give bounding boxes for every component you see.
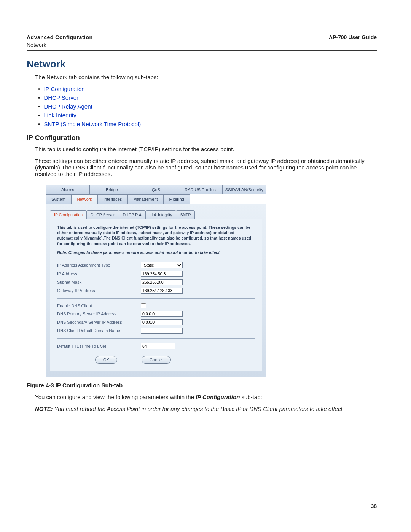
separator-2 — [57, 338, 255, 339]
input-dns-secondary[interactable] — [141, 319, 183, 325]
inner-panel: This tab is used to configure the intern… — [50, 219, 262, 371]
tab-management[interactable]: Management — [127, 194, 163, 204]
link-sntp[interactable]: SNTP (Simple Network Time Protocol) — [44, 121, 141, 127]
section-title: Advanced Configuration — [27, 34, 93, 40]
after-figure-text: You can configure and view the following… — [35, 394, 377, 400]
separator-1 — [57, 298, 255, 299]
tab-bridge[interactable]: Bridge — [90, 185, 134, 194]
after-figure-strong: IP Configuration — [196, 394, 240, 400]
label-dns-secondary: DNS Secondary Server IP Address — [57, 320, 141, 324]
tab-qos[interactable]: QoS — [134, 185, 178, 194]
page-header: Advanced Configuration Network AP-700 Us… — [27, 34, 377, 48]
subtab-ip-configuration[interactable]: IP Configuration — [50, 210, 87, 219]
note-text: You must reboot the Access Point in orde… — [54, 406, 344, 412]
note-label: NOTE: — [35, 406, 54, 412]
page-title: Network — [27, 58, 377, 70]
subtab-row: IP Configuration DHCP Server DHCP R A Li… — [50, 210, 262, 219]
panel-background: IP Configuration DHCP Server DHCP R A Li… — [46, 204, 266, 377]
input-dns-domain[interactable] — [141, 328, 183, 334]
tabs-row-top: Alarms Bridge QoS RADIUS Profiles SSID/V… — [46, 185, 266, 194]
tab-radius-profiles[interactable]: RADIUS Profiles — [178, 185, 222, 194]
ipconfig-desc-2: These settings can be either entered man… — [35, 158, 377, 177]
label-subnet-mask: Subnet Mask — [57, 280, 141, 284]
subtab-sntp[interactable]: SNTP — [176, 210, 195, 219]
section-heading-ip-configuration: IP Configuration — [27, 134, 377, 142]
input-gateway[interactable] — [141, 288, 183, 294]
label-ip-address: IP Address — [57, 272, 141, 276]
cancel-button[interactable]: Cancel — [142, 356, 170, 364]
input-dns-primary[interactable] — [141, 311, 183, 317]
label-dns-domain: DNS Client Default Domain Name — [57, 328, 141, 333]
figure-screenshot: Alarms Bridge QoS RADIUS Profiles SSID/V… — [46, 185, 266, 377]
label-ip-assignment: IP Address Assignment Type — [57, 263, 141, 267]
tab-filtering[interactable]: Filtering — [164, 194, 190, 204]
panel-blurb: This tab is used to configure the intern… — [57, 225, 255, 246]
note-paragraph: NOTE: You must reboot the Access Point i… — [35, 406, 377, 412]
guide-name: AP-700 User Guide — [329, 34, 377, 48]
tabs-row-main: System Network Interfaces Management Fil… — [46, 194, 266, 204]
breadcrumb: Network — [27, 42, 93, 48]
tab-system[interactable]: System — [46, 194, 71, 204]
ok-button[interactable]: OK — [95, 356, 117, 364]
link-dhcp-relay-agent[interactable]: DHCP Relay Agent — [44, 103, 92, 110]
label-dns-primary: DNS Primary Server IP Address — [57, 312, 141, 316]
figure-caption: Figure 4-3 IP Configuration Sub-tab — [27, 382, 377, 388]
link-ip-configuration[interactable]: IP Configuration — [44, 86, 84, 92]
intro-text: The Network tab contains the following s… — [35, 74, 377, 80]
subtab-link-integrity[interactable]: Link Integrity — [145, 210, 177, 219]
tab-ssid-vlan-security[interactable]: SSID/VLAN/Security — [222, 185, 266, 194]
link-link-integrity[interactable]: Link Integrity — [44, 112, 76, 118]
tab-interfaces[interactable]: Interfaces — [98, 194, 127, 204]
select-ip-assignment[interactable]: Static — [141, 262, 183, 268]
checkbox-enable-dns-client[interactable] — [141, 303, 146, 308]
header-rule — [27, 50, 377, 51]
label-ttl: Default TTL (Time To Live) — [57, 344, 141, 348]
input-subnet-mask[interactable] — [141, 279, 183, 285]
page-number: 38 — [371, 503, 377, 509]
label-enable-dns-client: Enable DNS Client — [57, 304, 141, 308]
input-ip-address[interactable] — [141, 271, 183, 277]
input-ttl[interactable] — [141, 343, 175, 349]
subtab-dhcp-server[interactable]: DHCP Server — [86, 210, 119, 219]
panel-note: Note: Changes to these parameters requir… — [57, 250, 255, 255]
subtab-dhcp-ra[interactable]: DHCP R A — [119, 210, 146, 219]
tab-alarms[interactable]: Alarms — [46, 185, 90, 194]
ipconfig-desc-1: This tab is used to configure the intern… — [35, 146, 377, 152]
after-figure-post: sub-tab: — [240, 394, 262, 400]
link-dhcp-server[interactable]: DHCP Server — [44, 94, 78, 101]
label-gateway: Gateway IP Address — [57, 288, 141, 293]
after-figure-pre: You can configure and view the following… — [35, 394, 196, 400]
subtab-link-list: IP Configuration DHCP Server DHCP Relay … — [38, 86, 377, 127]
tab-network[interactable]: Network — [71, 194, 98, 204]
